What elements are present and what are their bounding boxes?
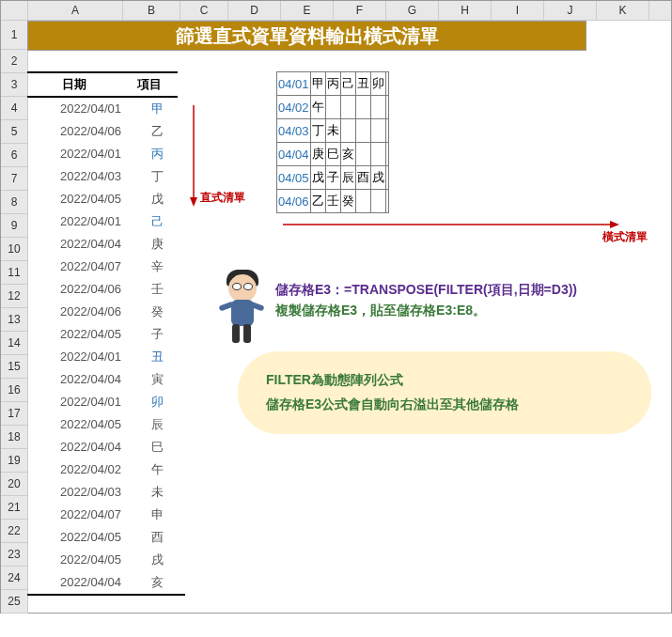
htable-cell[interactable] xyxy=(340,119,355,143)
date-cell[interactable]: 2022/04/07 xyxy=(27,256,129,278)
item-cell[interactable]: 辰 xyxy=(129,413,185,436)
col-header[interactable]: F xyxy=(334,1,386,20)
date-cell[interactable]: 2022/04/07 xyxy=(27,504,129,526)
htable-cell[interactable] xyxy=(385,72,388,96)
htable-cell[interactable]: 卯 xyxy=(370,72,385,96)
row-header[interactable]: 17 xyxy=(1,402,28,426)
htable-cell[interactable]: 04/01 xyxy=(277,72,311,96)
item-cell[interactable]: 戌 xyxy=(129,549,185,571)
htable-cell[interactable]: 亥 xyxy=(340,143,355,166)
row-header[interactable]: 19 xyxy=(1,449,28,473)
row-header[interactable]: 22 xyxy=(1,520,28,543)
row-header[interactable]: 23 xyxy=(1,543,28,567)
row-header[interactable]: 21 xyxy=(1,496,28,520)
row-header[interactable]: 16 xyxy=(1,379,28,402)
item-cell[interactable]: 丁 xyxy=(129,165,185,188)
col-header[interactable]: H xyxy=(439,1,492,20)
htable-cell[interactable] xyxy=(385,166,388,190)
item-cell[interactable]: 酉 xyxy=(129,526,185,549)
col-header[interactable]: K xyxy=(597,1,649,20)
htable-cell[interactable] xyxy=(385,119,388,143)
row-header[interactable]: 24 xyxy=(1,567,28,590)
htable-cell[interactable]: 壬 xyxy=(325,190,340,213)
row-header[interactable]: 25 xyxy=(1,590,28,614)
date-cell[interactable]: 2022/04/01 xyxy=(27,98,129,120)
col-header[interactable]: I xyxy=(492,1,544,20)
htable-cell[interactable]: 己 xyxy=(340,72,355,96)
htable-cell[interactable]: 子 xyxy=(325,166,340,190)
col-header[interactable]: D xyxy=(228,1,281,20)
row-header[interactable]: 2 xyxy=(1,50,28,73)
htable-cell[interactable]: 癸 xyxy=(340,190,355,213)
htable-cell[interactable] xyxy=(385,96,388,119)
htable-cell[interactable]: 庚 xyxy=(310,143,325,166)
item-cell[interactable]: 己 xyxy=(129,210,185,233)
item-cell[interactable]: 丙 xyxy=(129,143,185,165)
htable-cell[interactable]: 04/05 xyxy=(277,166,311,190)
row-header[interactable]: 15 xyxy=(1,355,28,379)
item-cell[interactable]: 子 xyxy=(129,323,185,346)
item-cell[interactable]: 寅 xyxy=(129,368,185,391)
date-cell[interactable]: 2022/04/04 xyxy=(27,233,129,256)
date-cell[interactable]: 2022/04/05 xyxy=(27,188,129,210)
row-header[interactable]: 4 xyxy=(1,97,28,120)
row-header[interactable]: 6 xyxy=(1,144,28,167)
date-cell[interactable]: 2022/04/03 xyxy=(27,481,129,504)
htable-cell[interactable] xyxy=(355,96,370,119)
htable-cell[interactable] xyxy=(370,96,385,119)
left-header-cell[interactable]: 日期 xyxy=(27,71,121,98)
item-cell[interactable]: 卯 xyxy=(129,391,185,413)
htable-cell[interactable]: 辰 xyxy=(340,166,355,190)
row-header[interactable]: 13 xyxy=(1,308,28,332)
item-cell[interactable]: 乙 xyxy=(129,120,185,143)
row-header[interactable]: 18 xyxy=(1,426,28,449)
htable-cell[interactable]: 巳 xyxy=(325,143,340,166)
row-header[interactable]: 20 xyxy=(1,473,28,496)
date-cell[interactable]: 2022/04/05 xyxy=(27,549,129,571)
item-cell[interactable]: 亥 xyxy=(129,571,185,596)
date-cell[interactable]: 2022/04/06 xyxy=(27,120,129,143)
date-cell[interactable]: 2022/04/02 xyxy=(27,458,129,481)
col-header[interactable]: C xyxy=(180,1,228,20)
item-cell[interactable]: 甲 xyxy=(129,98,185,120)
htable-cell[interactable] xyxy=(355,119,370,143)
row-header[interactable]: 14 xyxy=(1,332,28,355)
htable-cell[interactable] xyxy=(385,190,388,213)
date-cell[interactable]: 2022/04/04 xyxy=(27,571,129,596)
htable-cell[interactable] xyxy=(385,143,388,166)
date-cell[interactable]: 2022/04/05 xyxy=(27,323,129,346)
row-header[interactable]: 3 xyxy=(1,73,28,97)
col-header[interactable]: B xyxy=(123,1,180,20)
item-cell[interactable]: 壬 xyxy=(129,278,185,301)
date-cell[interactable]: 2022/04/06 xyxy=(27,278,129,301)
htable-cell[interactable]: 甲 xyxy=(310,72,325,96)
htable-cell[interactable] xyxy=(325,96,340,119)
htable-cell[interactable]: 丑 xyxy=(355,72,370,96)
htable-cell[interactable]: 未 xyxy=(325,119,340,143)
date-cell[interactable]: 2022/04/01 xyxy=(27,143,129,165)
item-cell[interactable]: 巳 xyxy=(129,436,185,458)
htable-cell[interactable] xyxy=(370,190,385,213)
col-header[interactable]: E xyxy=(281,1,334,20)
htable-cell[interactable]: 丙 xyxy=(325,72,340,96)
item-cell[interactable]: 戊 xyxy=(129,188,185,210)
htable-cell[interactable]: 戌 xyxy=(370,166,385,190)
htable-cell[interactable] xyxy=(340,96,355,119)
htable-cell[interactable] xyxy=(355,190,370,213)
item-cell[interactable]: 辛 xyxy=(129,256,185,278)
date-cell[interactable]: 2022/04/03 xyxy=(27,165,129,188)
row-header[interactable]: 8 xyxy=(1,191,28,214)
row-header[interactable]: 7 xyxy=(1,167,28,191)
htable-cell[interactable] xyxy=(370,143,385,166)
row-header[interactable]: 9 xyxy=(1,214,28,238)
row-header[interactable]: 5 xyxy=(1,120,28,144)
item-cell[interactable]: 丑 xyxy=(129,346,185,368)
date-cell[interactable]: 2022/04/06 xyxy=(27,301,129,323)
htable-cell[interactable]: 戊 xyxy=(310,166,325,190)
date-cell[interactable]: 2022/04/01 xyxy=(27,210,129,233)
htable-cell[interactable]: 乙 xyxy=(310,190,325,213)
col-header[interactable]: J xyxy=(544,1,597,20)
left-header-cell[interactable]: 項目 xyxy=(121,71,178,98)
htable-cell[interactable]: 04/06 xyxy=(277,190,311,213)
date-cell[interactable]: 2022/04/01 xyxy=(27,391,129,413)
